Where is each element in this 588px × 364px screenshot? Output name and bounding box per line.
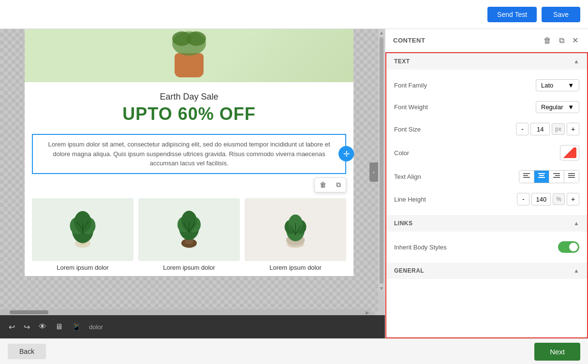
product-grid: Lorem ipsum dolor <box>25 179 353 276</box>
svg-rect-33 <box>523 177 530 178</box>
line-height-label: Line Height <box>394 196 517 203</box>
text-align-label: Text Align <box>394 173 519 180</box>
back-button[interactable]: Back <box>8 344 46 359</box>
product-label-3: Lorem ipsum dolor <box>245 264 346 271</box>
font-size-unit: px <box>552 123 565 135</box>
align-right-button[interactable] <box>549 171 564 183</box>
general-section-header[interactable]: GENERAL ▲ <box>386 262 587 279</box>
panel-actions: 🗑 ⧉ ✕ <box>542 35 580 46</box>
align-justify-button[interactable] <box>564 171 579 183</box>
font-size-plus[interactable]: + <box>567 123 579 135</box>
font-weight-control: Regular ▼ <box>536 101 579 113</box>
duplicate-text-button[interactable]: ⧉ <box>331 178 346 192</box>
undo-button[interactable]: ↩ <box>6 320 18 334</box>
font-weight-row: Font Weight Regular ▼ <box>386 96 587 118</box>
line-height-plus[interactable]: + <box>567 193 579 205</box>
delete-text-button[interactable]: 🗑 <box>315 178 331 192</box>
expand-canvas-button[interactable]: ‹ <box>369 162 378 182</box>
svg-rect-36 <box>539 175 544 176</box>
links-section-header[interactable]: LINKS ▲ <box>386 215 587 232</box>
inherit-body-styles-control <box>558 241 579 253</box>
desktop-view-button[interactable]: 🖥 <box>52 320 66 333</box>
earth-day-title: Earth Day Sale <box>34 92 344 102</box>
svg-rect-40 <box>555 175 560 176</box>
links-section-title: LINKS <box>394 220 413 227</box>
align-buttons <box>519 170 579 183</box>
line-height-row: Line Height - % + <box>386 188 587 210</box>
svg-rect-35 <box>538 173 545 174</box>
top-bar: Send Test Save <box>0 0 588 29</box>
font-size-control: - px + <box>516 123 579 135</box>
line-height-control: - % + <box>517 193 579 205</box>
line-height-unit: % <box>553 193 565 205</box>
general-section-title: GENERAL <box>394 267 424 274</box>
sale-section: Earth Day Sale UPTO 60% OFF <box>25 82 353 129</box>
panel-delete-button[interactable]: 🗑 <box>542 35 553 46</box>
color-row: Color <box>386 140 587 165</box>
svg-rect-39 <box>553 173 560 174</box>
font-family-control: Lato ▼ <box>536 79 579 91</box>
mobile-view-button[interactable]: 📱 <box>69 320 84 334</box>
text-align-row: Text Align <box>386 165 587 188</box>
svg-rect-43 <box>568 173 575 174</box>
text-section-title: TEXT <box>394 58 410 65</box>
links-section-body: Inherit Body Styles <box>386 232 587 262</box>
align-left-button[interactable] <box>519 171 534 183</box>
save-button[interactable]: Save <box>542 7 580 22</box>
toggle-slider <box>558 241 579 253</box>
line-height-minus[interactable]: - <box>517 193 529 205</box>
canvas-controls: ↩ ↪ 👁 🖥 📱 dolor <box>0 315 385 338</box>
text-align-control <box>519 170 579 183</box>
color-swatch[interactable] <box>560 145 579 160</box>
align-center-button[interactable] <box>534 171 549 183</box>
canvas-label: dolor <box>89 323 103 331</box>
svg-rect-41 <box>553 177 560 178</box>
font-family-dropdown[interactable]: Lato ▼ <box>536 79 579 91</box>
product-image-2 <box>138 198 240 261</box>
product-item-2: Lorem ipsum dolor <box>138 198 240 271</box>
text-section-header[interactable]: TEXT ▲ <box>386 53 587 70</box>
panel-title: CONTENT <box>393 37 425 44</box>
svg-rect-31 <box>523 173 530 174</box>
product-item-1: Lorem ipsum dolor <box>32 198 133 271</box>
svg-rect-44 <box>568 175 575 176</box>
move-handle[interactable]: ✛ <box>338 146 354 161</box>
panel-content: TEXT ▲ Font Family Lato ▼ Font Weig <box>385 52 588 338</box>
font-size-minus[interactable]: - <box>516 123 529 135</box>
font-weight-dropdown[interactable]: Regular ▼ <box>536 101 579 113</box>
next-button[interactable]: Next <box>534 343 580 361</box>
product-label-1: Lorem ipsum dolor <box>32 264 133 271</box>
font-family-label: Font Family <box>394 82 536 89</box>
text-block-toolbar: 🗑 ⧉ <box>314 177 346 192</box>
body-text: Lorem ipsum dolor sit amet, consectetur … <box>43 140 336 168</box>
discount-text: UPTO 60% OFF <box>34 104 344 124</box>
font-size-row: Font Size - px + <box>386 118 587 140</box>
svg-rect-45 <box>568 177 575 178</box>
preview-button[interactable]: 👁 <box>36 320 49 333</box>
redo-button[interactable]: ↪ <box>21 320 33 334</box>
header-image <box>25 29 353 82</box>
product-image-1 <box>32 198 133 261</box>
font-family-row: Font Family Lato ▼ <box>386 74 587 96</box>
font-size-input[interactable] <box>530 123 550 135</box>
product-label-2: Lorem ipsum dolor <box>138 264 240 271</box>
svg-rect-32 <box>523 175 528 176</box>
links-section-chevron: ▲ <box>573 220 579 227</box>
panel-duplicate-button[interactable]: ⧉ <box>557 35 566 46</box>
inherit-body-styles-toggle[interactable] <box>558 241 579 253</box>
send-test-button[interactable]: Send Test <box>487 7 537 22</box>
color-label: Color <box>394 149 560 157</box>
color-swatch-inner <box>563 147 576 158</box>
color-control <box>560 145 579 160</box>
general-section-chevron: ▲ <box>573 267 579 274</box>
line-height-input[interactable] <box>531 193 551 205</box>
text-section-body: Font Family Lato ▼ Font Weight Regular <box>386 70 587 215</box>
canvas-area: ▲ ▼ <box>0 29 385 338</box>
font-size-label: Font Size <box>394 126 516 133</box>
svg-point-2 <box>187 31 206 46</box>
panel-close-button[interactable]: ✕ <box>570 35 580 46</box>
svg-rect-37 <box>538 177 545 178</box>
text-block-selected[interactable]: Lorem ipsum dolor sit amet, consectetur … <box>32 134 346 174</box>
main-area: ▲ ▼ <box>0 29 588 338</box>
product-item-3: Lorem ipsum dolor <box>245 198 346 271</box>
